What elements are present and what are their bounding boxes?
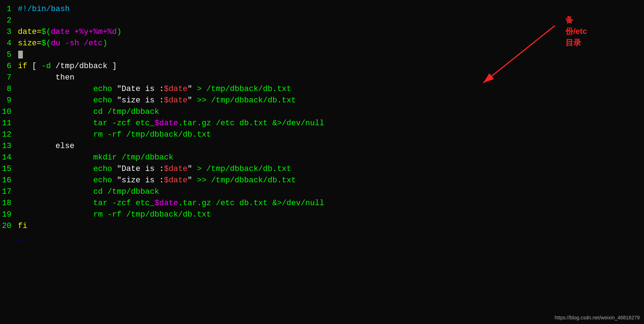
code-line: 10 cd /tmp/dbback: [0, 106, 644, 118]
token: tar -zcf etc_: [18, 119, 155, 128]
token: > /tmp/dbback/db.txt: [192, 85, 291, 93]
line-content: if [ -d /tmp/dbback ]: [18, 61, 644, 72]
token: date +%y+%m+%d: [51, 27, 117, 36]
line-number: 18: [0, 198, 18, 209]
code-editor: 1#!/bin/bash2 3date=$(date +%y+%m+%d)4si…: [0, 0, 644, 236]
token: then: [18, 73, 74, 82]
cursor-block: [18, 51, 23, 59]
line-number: 8: [0, 83, 18, 95]
line-number: 19: [0, 209, 18, 221]
code-line: 3date=$(date +%y+%m+%d): [0, 26, 644, 38]
code-line: 2: [0, 15, 644, 26]
token: fi: [18, 222, 27, 231]
token: du -sh /etc: [51, 39, 102, 48]
token: $(: [41, 27, 51, 36]
line-number: 13: [0, 141, 18, 152]
line-content: [18, 49, 644, 61]
line-number: 10: [0, 106, 18, 118]
code-line: 4size=$(du -sh /etc): [0, 38, 644, 49]
token: $date: [164, 96, 187, 105]
token: ": [187, 164, 192, 173]
token: echo: [18, 176, 117, 185]
token: size=: [18, 39, 41, 48]
line-content: cd /tmp/dbback: [18, 106, 644, 118]
code-line: 14 mkdir /tmp/dbback: [0, 152, 644, 163]
token: $date: [164, 85, 187, 93]
code-line: 19 rm -rf /tmp/dbback/db.txt: [0, 209, 644, 221]
line-content: rm -rf /tmp/dbback/db.txt: [18, 209, 644, 221]
code-line: 18 tar -zcf etc_$date.tar.gz /etc db.txt…: [0, 198, 644, 209]
line-number: 17: [0, 186, 18, 198]
watermark: https://blog.csdn.net/weixin_46818279: [555, 314, 640, 321]
token: >> /tmp/dbback/db.txt: [192, 176, 296, 185]
token: date=: [18, 27, 41, 36]
line-number: 16: [0, 175, 18, 186]
line-number: 14: [0, 152, 18, 163]
token: echo: [18, 85, 117, 93]
tilde-line: ~: [0, 236, 644, 247]
code-line: 12 rm -rf /tmp/dbback/db.txt: [0, 129, 644, 141]
code-line: 11 tar -zcf etc_$date.tar.gz /etc db.txt…: [0, 118, 644, 129]
code-line: 1#!/bin/bash: [0, 4, 644, 15]
line-number: 3: [0, 26, 18, 38]
token: tar -zcf etc_: [18, 199, 155, 208]
line-content: tar -zcf etc_$date.tar.gz /etc db.txt &>…: [18, 118, 644, 129]
token: ": [187, 176, 192, 185]
line-content: echo "size is :$date" >> /tmp/dbback/db.…: [18, 95, 644, 106]
token: echo: [18, 164, 117, 173]
line-content: echo "Date is :$date" > /tmp/dbback/db.t…: [18, 163, 644, 175]
token: $date: [164, 164, 187, 173]
code-line: 8 echo "Date is :$date" > /tmp/dbback/db…: [0, 83, 644, 95]
code-line: 17 cd /tmp/dbback: [0, 186, 644, 198]
token: ": [187, 96, 192, 105]
line-content: #!/bin/bash: [18, 4, 644, 15]
line-content: echo "Date is :$date" > /tmp/dbback/db.t…: [18, 83, 644, 95]
token: "size is :: [117, 96, 164, 105]
code-line: 5: [0, 49, 644, 61]
token: $date: [164, 176, 187, 185]
line-content: mkdir /tmp/dbback: [18, 152, 644, 163]
line-number: 20: [0, 221, 18, 232]
token: .tar.gz /etc db.txt &>/dev/null: [178, 199, 324, 208]
code-line: 9 echo "size is :$date" >> /tmp/dbback/d…: [0, 95, 644, 106]
token: ): [103, 39, 107, 48]
token: rm -rf /tmp/dbback/db.txt: [18, 210, 211, 219]
code-line: 13 else: [0, 141, 644, 152]
line-number: 6: [0, 61, 18, 72]
line-content: [18, 15, 644, 26]
token: "Date is :: [117, 164, 164, 173]
token: "Date is :: [117, 85, 164, 93]
token: cd /tmp/dbback: [18, 187, 159, 196]
code-line: 6if [ -d /tmp/dbback ]: [0, 61, 644, 72]
code-line: 15 echo "Date is :$date" > /tmp/dbback/d…: [0, 163, 644, 175]
line-content: tar -zcf etc_$date.tar.gz /etc db.txt &>…: [18, 198, 644, 209]
line-content: then: [18, 72, 644, 83]
code-line: 20fi: [0, 221, 644, 232]
token: /tmp/dbback ]: [51, 62, 117, 71]
line-number: 12: [0, 129, 18, 141]
token: ): [117, 27, 121, 36]
token: mkdir /tmp/dbback: [18, 153, 173, 162]
token: [: [27, 62, 41, 71]
line-content: size=$(du -sh /etc): [18, 38, 644, 49]
token: rm -rf /tmp/dbback/db.txt: [18, 130, 211, 139]
line-content: rm -rf /tmp/dbback/db.txt: [18, 129, 644, 141]
line-number: 7: [0, 72, 18, 83]
line-content: cd /tmp/dbback: [18, 186, 644, 198]
line-content: else: [18, 141, 644, 152]
token: if: [18, 62, 27, 71]
token: else: [18, 142, 74, 151]
token: echo: [18, 96, 117, 105]
token: .tar.gz /etc db.txt &>/dev/null: [178, 119, 324, 128]
token: ": [187, 85, 192, 93]
line-number: 9: [0, 95, 18, 106]
line-content: fi: [18, 221, 644, 232]
token: cd /tmp/dbback: [18, 107, 159, 116]
line-number: 5: [0, 49, 18, 61]
code-line: 7 then: [0, 72, 644, 83]
token: -d: [41, 62, 51, 71]
token: #!/bin/bash: [18, 5, 70, 14]
token: >> /tmp/dbback/db.txt: [192, 96, 296, 105]
line-number: 11: [0, 118, 18, 129]
token: $date: [155, 119, 178, 128]
